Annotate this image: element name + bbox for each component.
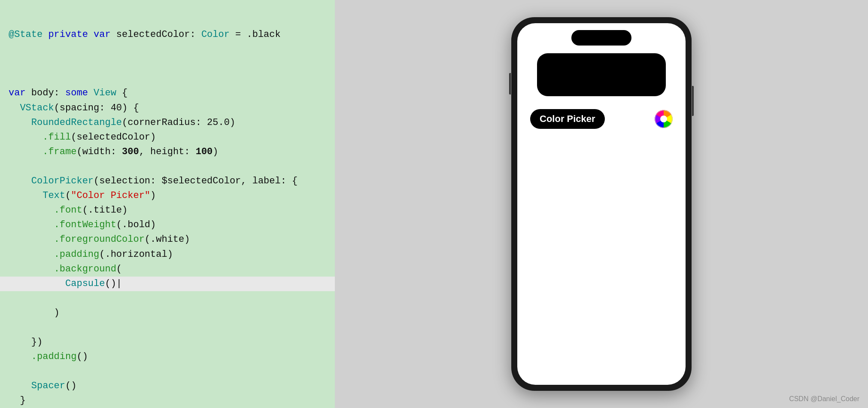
color-wheel-icon[interactable] <box>655 110 673 128</box>
dynamic-island <box>571 30 631 46</box>
color-picker-label[interactable]: Color Picker <box>530 109 605 129</box>
preview-rounded-rectangle <box>537 53 666 96</box>
preview-panel: Color Picker <box>335 0 868 408</box>
color-picker-row: Color Picker <box>517 109 686 129</box>
phone-frame: Color Picker <box>511 17 692 391</box>
code-panel: @State private var selectedColor: Color … <box>0 0 335 408</box>
phone-screen: Color Picker <box>517 23 686 385</box>
watermark: CSDN @Daniel_Coder <box>789 395 859 403</box>
svg-point-1 <box>660 116 667 122</box>
code-content: @State private var selectedColor: Color … <box>0 9 335 408</box>
